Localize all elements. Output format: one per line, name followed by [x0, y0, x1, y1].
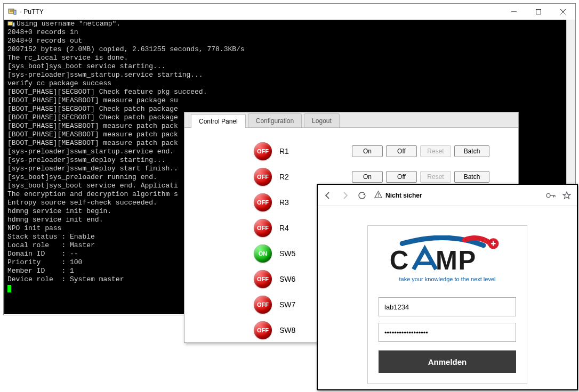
svg-point-12: [546, 193, 550, 197]
status-bulb: OFF: [254, 193, 272, 211]
svg-rect-8: [8, 22, 13, 26]
forward-button[interactable]: [340, 191, 350, 200]
device-label: SW7: [279, 300, 322, 309]
minimize-icon: [511, 9, 517, 14]
tab-configuration[interactable]: Configuration: [248, 113, 302, 127]
on-button[interactable]: On: [352, 171, 383, 183]
logo-tagline: take your knowledge to the next level: [379, 276, 516, 282]
svg-rect-5: [536, 10, 541, 14]
putty-title: - PuTTY: [20, 8, 44, 15]
status-bulb: OFF: [254, 270, 272, 288]
device-label: R3: [279, 198, 322, 207]
svg-rect-1: [14, 10, 16, 14]
svg-text:MP: MP: [436, 246, 477, 275]
camp-logo: C MP: [389, 235, 506, 277]
putty-titlebar: - PuTTY: [4, 4, 575, 20]
password-input[interactable]: [379, 323, 516, 342]
svg-rect-9: [13, 22, 15, 26]
reset-button: Reset: [420, 171, 451, 183]
close-icon: [560, 9, 566, 14]
login-card: C MP take your knowledge to the next lev…: [367, 225, 527, 384]
status-bulb: OFF: [254, 168, 272, 186]
back-button[interactable]: [323, 191, 333, 200]
device-label: SW6: [279, 275, 322, 283]
device-row: OFFR1OnOffResetBatch: [254, 138, 502, 164]
reset-button: Reset: [420, 145, 451, 157]
password-key-icon[interactable]: [546, 191, 556, 200]
warning-icon: [374, 191, 382, 200]
login-button[interactable]: Anmelden: [379, 350, 516, 373]
tab-bar: Control Panel Configuration Logout: [184, 112, 518, 128]
device-label: R1: [279, 147, 322, 156]
status-bulb: OFF: [254, 321, 272, 339]
status-bulb: OFF: [254, 219, 272, 237]
username-input[interactable]: [379, 297, 516, 316]
browser-toolbar: Nicht sicher: [318, 185, 577, 206]
window-maximize-button[interactable]: [526, 4, 551, 20]
status-bulb: ON: [254, 244, 272, 263]
off-button[interactable]: Off: [386, 171, 417, 183]
reload-icon: [358, 191, 366, 200]
security-indicator[interactable]: Nicht sicher: [374, 191, 422, 200]
arrow-left-icon: [324, 191, 332, 200]
reload-button[interactable]: [357, 191, 367, 200]
window-close-button[interactable]: [551, 4, 575, 20]
security-label: Nicht sicher: [385, 192, 422, 199]
device-label: R4: [279, 224, 322, 232]
on-button[interactable]: On: [352, 145, 383, 157]
tab-logout[interactable]: Logout: [304, 113, 340, 127]
batch-button[interactable]: Batch: [454, 145, 489, 157]
device-label: SW5: [279, 249, 322, 258]
arrow-right-icon: [341, 191, 349, 200]
window-minimize-button[interactable]: [502, 4, 526, 20]
putty-app-icon: [8, 7, 17, 16]
bookmark-star-icon[interactable]: [562, 191, 572, 200]
off-button[interactable]: Off: [386, 145, 417, 157]
batch-button[interactable]: Batch: [454, 171, 489, 183]
svg-text:C: C: [390, 246, 408, 275]
browser-window: Nicht sicher C MP: [317, 184, 578, 390]
svg-point-11: [378, 196, 379, 197]
device-label: SW8: [279, 326, 322, 334]
status-bulb: OFF: [254, 142, 272, 160]
maximize-icon: [536, 9, 541, 14]
device-label: R2: [279, 173, 322, 181]
status-bulb: OFF: [254, 296, 272, 314]
tab-control-panel[interactable]: Control Panel: [191, 114, 246, 128]
